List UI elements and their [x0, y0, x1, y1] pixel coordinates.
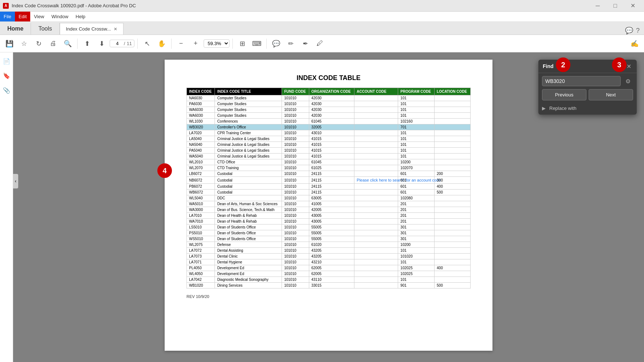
toolbar: 💾 ☆ ↻ 🖨 🔍 ⬆ ⬇ / 11 ↖ ✋ − + 59.3% ⊞ ⌨ 💬 ✏…: [0, 35, 644, 52]
pages-panel-btn[interactable]: 📄: [1, 55, 12, 67]
table-row: PL4050Development Ed10101062005102025400: [187, 265, 471, 271]
replace-arrow-icon: ▶: [542, 106, 546, 111]
table-row: WB3020Controller's Office10101032005701: [187, 124, 471, 130]
app-icon: A: [3, 3, 9, 9]
account-code-link[interactable]: Please click here to search for an accou…: [357, 178, 393, 183]
table-row: WB1020Dining Services10101033015901500: [187, 283, 471, 289]
bookmark-button[interactable]: ☆: [17, 37, 31, 50]
table-row: LB6072Custodial10101024115601200: [187, 171, 471, 177]
col-header-index: INDEX CODE: [187, 88, 215, 95]
find-settings-button[interactable]: ⚙: [623, 76, 633, 86]
zoom-in-button[interactable]: +: [189, 37, 202, 50]
tools-btn-1[interactable]: ⊞: [236, 37, 249, 50]
table-row: WS5010Dean of Students Office10101055005…: [187, 236, 471, 242]
title-bar: A Index Code Crosswalk 100920.pdf - Adob…: [0, 0, 644, 12]
table-row: LA7042Diagnostic Medical Sonography10101…: [187, 277, 471, 283]
total-pages: 11: [127, 41, 132, 46]
panel-collapse-handle[interactable]: ‹: [13, 174, 18, 188]
table-row: LS5010Dean of Students Office10101055005…: [187, 224, 471, 230]
table-row: PB6072Custodial10101024115601400: [187, 184, 471, 190]
table-row: WB6072Custodial10101024115601500: [187, 190, 471, 195]
table-row: NB6072Custodial10101024115Please click h…: [187, 177, 471, 184]
table-row: LA7010Dean of Health & Rehab101010430052…: [187, 213, 471, 219]
col-header-program: PROGRAM CODE: [398, 88, 435, 95]
search-button[interactable]: 🔍: [61, 37, 74, 50]
left-panel: 📄 🔖 📎: [0, 52, 13, 362]
table-row: WA6030Computer Studies10101042030101: [187, 113, 471, 119]
find-input-row: ⚙: [538, 73, 637, 89]
table-row: WL4050Development Ed10101062005102025: [187, 271, 471, 277]
table-row: WL1030Conferences10101061045102160: [187, 119, 471, 124]
rev-note: REV 10/9/20: [186, 294, 471, 299]
menu-help[interactable]: Help: [72, 12, 89, 21]
tab-close-button[interactable]: ✕: [114, 27, 117, 32]
find-replace-label: Replace with: [549, 106, 576, 111]
find-replace-row[interactable]: ▶ Replace with: [538, 104, 637, 115]
sync-button[interactable]: ↻: [32, 37, 45, 50]
table-row: WA6030Computer Studies10101042030101: [187, 107, 471, 113]
doc-tab-label: Index Code Crossw...: [66, 26, 111, 32]
page-input[interactable]: [112, 41, 122, 46]
chat-icon[interactable]: 💬: [625, 27, 633, 35]
save-button[interactable]: 💾: [3, 37, 16, 50]
tools-label: Tools: [38, 25, 52, 32]
select-tool[interactable]: ↖: [141, 37, 154, 50]
table-row: WA3000Dean of Bus. Science, Tech.& Math1…: [187, 207, 471, 213]
menu-file[interactable]: File: [0, 12, 15, 21]
table-row: PA6030Computer Studies10101042030101: [187, 101, 471, 107]
table-row: LA7071Dental Hygiene10101043210101: [187, 259, 471, 265]
zoom-select[interactable]: 59.3%: [204, 39, 229, 48]
table-row: WA5040Criminal Justice & Legal Studies10…: [187, 154, 471, 159]
tools-btn-2[interactable]: ⌨: [250, 37, 263, 50]
table-row: WL2010CTD Office1010106104510200: [187, 159, 471, 165]
scroll-up-button[interactable]: ⬆: [80, 37, 94, 50]
find-search-input[interactable]: [542, 76, 621, 86]
menu-view[interactable]: View: [30, 12, 48, 21]
comment-button[interactable]: 💬: [270, 37, 283, 50]
sign-button[interactable]: ✍: [628, 37, 641, 50]
highlight-button[interactable]: ✒: [299, 37, 312, 50]
table-row: WL2075Defense1010106102010200: [187, 242, 471, 248]
window-controls: ─ □ ✕: [589, 0, 641, 12]
index-table: INDEX CODE INDEX CODE TITLE FUND CODE OR…: [186, 88, 471, 289]
find-next-button[interactable]: Next: [589, 89, 633, 100]
table-row: WL2070CTD Training10101061025102070: [187, 165, 471, 171]
tab-home[interactable]: Home: [0, 23, 31, 35]
print-button[interactable]: 🖨: [47, 37, 60, 50]
table-row: LA7072Dental Assisting10101043205101: [187, 248, 471, 254]
stamp-button[interactable]: 🖊: [313, 37, 326, 50]
find-panel-title: Find: [543, 63, 614, 69]
attachments-panel-btn[interactable]: 📎: [1, 84, 12, 96]
col-header-org: ORGANIZATION CODE: [309, 88, 354, 95]
maximize-button[interactable]: □: [607, 0, 624, 12]
menu-bar: File Edit View Window Help: [0, 12, 644, 22]
menu-window[interactable]: Window: [48, 12, 72, 21]
table-row: LA7073Dental Clinic10101043205101020: [187, 254, 471, 259]
scroll-down-button[interactable]: ⬇: [95, 37, 108, 50]
tab-bar-right: 💬 ?: [625, 27, 644, 35]
tab-tools[interactable]: Tools: [31, 23, 59, 35]
minimize-button[interactable]: ─: [589, 0, 606, 12]
help-icon[interactable]: ?: [636, 27, 640, 35]
find-previous-button[interactable]: Previous: [542, 89, 586, 100]
bookmarks-panel-btn[interactable]: 🔖: [1, 70, 12, 81]
table-row: NA5040Criminal Justice & Legal Studies10…: [187, 142, 471, 148]
table-row: WA7010Dean of Health & Rehab101010430052…: [187, 219, 471, 224]
table-row: LA7020CPR Training Center10101043010101: [187, 130, 471, 136]
col-header-location: LOCATION CODE: [435, 88, 471, 95]
zoom-out-button[interactable]: −: [174, 37, 188, 50]
col-header-account: ACCOUNT CODE: [354, 88, 398, 95]
hand-tool[interactable]: ✋: [155, 37, 168, 50]
menu-edit[interactable]: Edit: [15, 12, 30, 21]
pdf-title: INDEX CODE TABLE: [186, 74, 471, 82]
separator-3: [171, 39, 172, 49]
col-header-title: INDEX CODE TITLE: [215, 88, 282, 95]
table-row: NA6030Computer Studies10101042030101: [187, 95, 471, 101]
page-navigation: / 11: [110, 40, 134, 47]
table-row: PS5010Dean of Students Office10101055005…: [187, 230, 471, 236]
tab-document[interactable]: Index Code Crossw... ✕: [60, 23, 124, 35]
table-row: LA5040Criminal Justice & Legal Studies10…: [187, 136, 471, 142]
pencil-button[interactable]: ✏: [284, 37, 297, 50]
zoom-control: 59.3%: [204, 39, 229, 48]
close-window-button[interactable]: ✕: [624, 0, 641, 12]
